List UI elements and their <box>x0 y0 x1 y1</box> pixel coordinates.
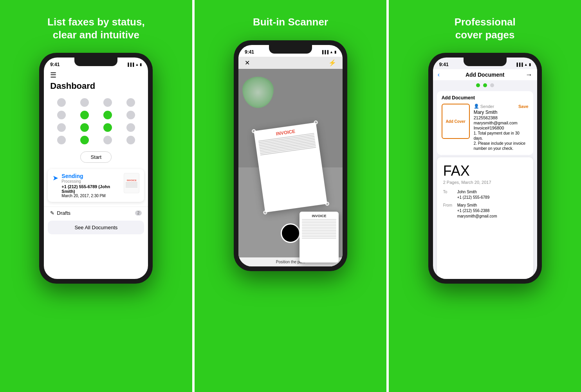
status-time-2: 9:41 <box>245 49 254 55</box>
phone-2: 9:41 ▐▐▐ ▲ ▮ ✕ ⚡ <box>234 40 347 271</box>
status-time-1: 9:41 <box>50 62 60 67</box>
dot-11 <box>126 123 135 132</box>
dot-4 <box>57 111 66 119</box>
fax-title: FAX <box>443 163 527 179</box>
scanner-viewfinder: INVOICE <box>238 69 343 266</box>
sender-label: 👤 Sender <box>474 104 494 109</box>
battery-icon: ▮ <box>140 63 142 67</box>
fax-to-label: To <box>443 190 454 194</box>
dot-7 <box>126 111 135 119</box>
status-time-3: 9:41 <box>439 62 449 67</box>
preview-invoice-title: INVOICE <box>302 214 336 218</box>
scanned-preview: INVOICE <box>300 212 339 263</box>
start-button[interactable]: Start <box>80 151 112 163</box>
menu-icon[interactable]: ☰ <box>50 71 142 79</box>
dot-12 <box>57 136 66 144</box>
status-icons-3: ▐▐▐ ▲ ▮ <box>516 63 531 67</box>
next-arrow[interactable]: → <box>525 71 532 79</box>
fax-from-label: From <box>443 203 454 207</box>
panel3-title: Professional cover pages <box>455 16 516 41</box>
flash-icon[interactable]: ⚡ <box>328 59 336 67</box>
progress-dots <box>433 80 537 89</box>
add-cover-button[interactable]: Add Cover <box>442 104 470 139</box>
panel-3: Professional cover pages 9:41 ▐▐▐ ▲ ▮ ‹ … <box>386 0 581 392</box>
corner-bl <box>263 210 267 214</box>
drafts-badge: 2 <box>135 210 142 216</box>
fax-to-row: To John Smith +1 (212) 555-6789 <box>443 189 527 200</box>
panel2-title: Buit-in Scanner <box>253 16 328 29</box>
scanner-toolbar: ✕ ⚡ <box>238 57 343 69</box>
send-processing: Processing <box>61 179 121 183</box>
dashboard-header: ☰ Dashboard <box>44 69 148 94</box>
cover-screen: 9:41 ▐▐▐ ▲ ▮ ‹ Add Document → <box>433 58 537 279</box>
panel-2: Buit-in Scanner 9:41 ▐▐▐ ▲ ▮ ✕ ⚡ <box>192 0 387 392</box>
dot-8 <box>57 123 66 132</box>
capture-button[interactable] <box>281 223 300 243</box>
dot-13 <box>80 136 89 144</box>
fax-from-email: marysmith@gmail.com <box>457 214 497 219</box>
see-all-button[interactable]: See All Documents <box>48 221 144 234</box>
close-icon[interactable]: ✕ <box>245 59 250 67</box>
dot-0 <box>57 98 66 107</box>
phone2-screen: 9:41 ▐▐▐ ▲ ▮ ✕ ⚡ <box>238 45 343 266</box>
sender-info: 👤 Sender Save Mary Smith 2125562388 mary… <box>474 104 529 151</box>
fax-from-name: Mary Smith <box>457 203 497 208</box>
fax-from-value: Mary Smith +1 (212) 556-2388 marysmith@g… <box>457 203 497 219</box>
fax-to-phone: +1 (212) 555-6789 <box>457 195 490 200</box>
signal-icon-2: ▐▐▐ <box>321 50 328 54</box>
sender-row: 👤 Sender Save <box>474 104 529 109</box>
preview-line <box>302 224 336 225</box>
sender-invoice: Invoice#196800 <box>474 126 529 130</box>
drafts-label: ✎ Drafts <box>50 210 70 216</box>
battery-icon-2: ▮ <box>334 50 336 54</box>
wifi-icon: ▲ <box>135 63 139 67</box>
sender-phone: 2125562388 <box>474 115 529 120</box>
dot-10 <box>103 123 112 132</box>
wifi-icon-2: ▲ <box>330 50 333 54</box>
sender-note1: 1. Total payment due in 30 days. <box>474 131 529 141</box>
send-status: Sending <box>61 173 121 179</box>
dot-grid <box>44 94 148 148</box>
signal-icon-3: ▐▐▐ <box>516 63 523 67</box>
dot-1 <box>80 98 89 107</box>
prog-dot-3 <box>490 83 494 87</box>
dashboard-title: Dashboard <box>50 81 142 91</box>
dot-3 <box>126 98 135 107</box>
phone3-screen: 9:41 ▐▐▐ ▲ ▮ ‹ Add Document → <box>433 58 537 279</box>
back-button[interactable]: ‹ <box>438 71 440 78</box>
corner-tl <box>252 129 256 133</box>
dashboard-screen: 9:41 ▐▐▐ ▲ ▮ ☰ Dashboard <box>44 58 148 279</box>
fax-subtitle: 2 Pages, March 20, 2017 <box>443 180 527 185</box>
dot-9 <box>80 123 89 132</box>
dot-14 <box>103 136 112 144</box>
preview-line <box>302 222 336 223</box>
fax-preview: FAX 2 Pages, March 20, 2017 To John Smit… <box>437 157 533 279</box>
preview-lines <box>302 219 336 239</box>
sender-note2: 2. Please include your invoice number on… <box>474 141 529 151</box>
sending-card: ➤ Sending Processing +1 (212) 555-6789 (… <box>48 169 144 202</box>
phone1-screen: 9:41 ▐▐▐ ▲ ▮ ☰ Dashboard <box>44 58 148 279</box>
scanner-screen: 9:41 ▐▐▐ ▲ ▮ ✕ ⚡ <box>238 45 343 266</box>
preview-line <box>302 235 336 236</box>
add-doc-section: Add Document Add Cover 👤 Sender Sa <box>437 91 533 155</box>
preview-line <box>302 219 336 220</box>
panel-1: List faxes by status, clear and intuitiv… <box>0 0 192 392</box>
prog-dot-2 <box>483 83 487 87</box>
phone-3: 9:41 ▐▐▐ ▲ ▮ ‹ Add Document → <box>428 53 542 284</box>
notch <box>74 58 117 66</box>
sender-email: marysmith@gmail.com <box>474 120 529 125</box>
send-info: Sending Processing +1 (212) 555-6789 (Jo… <box>61 173 121 198</box>
sender-name: Mary Smith <box>474 110 529 115</box>
dot-5 <box>80 111 89 119</box>
preview-line <box>302 228 336 229</box>
drafts-row: ✎ Drafts 2 <box>44 207 148 219</box>
notch-3 <box>464 58 507 66</box>
save-button[interactable]: Save <box>518 104 529 109</box>
notch-2 <box>269 45 312 54</box>
fax-to-value: John Smith +1 (212) 555-6789 <box>457 189 490 200</box>
prog-dot-1 <box>476 83 480 87</box>
panel1-title: List faxes by status, clear and intuitiv… <box>47 16 145 41</box>
battery-icon-3: ▮ <box>529 63 531 67</box>
wifi-icon-3: ▲ <box>524 63 528 67</box>
preview-line <box>302 227 336 228</box>
